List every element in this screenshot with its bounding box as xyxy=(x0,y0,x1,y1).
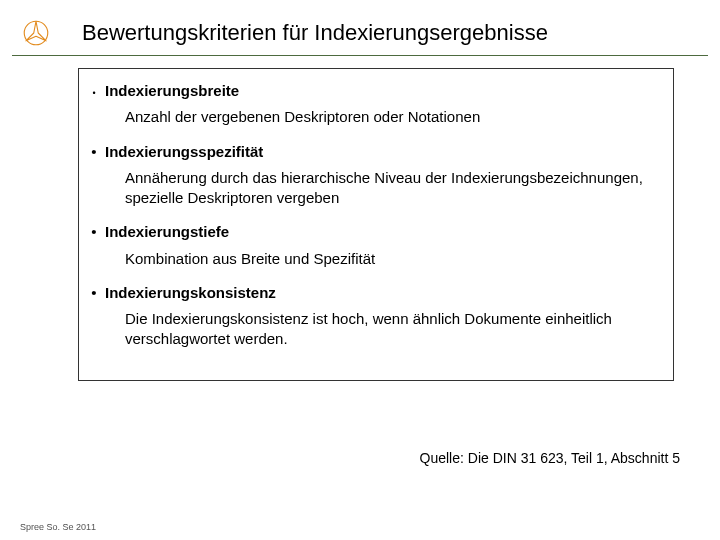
item-heading: • Indexierungsspezifität xyxy=(85,142,659,162)
footer-text: Spree So. Se 2011 xyxy=(20,522,96,532)
source-citation: Quelle: Die DIN 31 623, Teil 1, Abschnit… xyxy=(420,450,680,466)
item-description: Die Indexierungskonsistenz ist hoch, wen… xyxy=(125,309,659,350)
item-heading-text: Indexierungstiefe xyxy=(105,222,229,242)
list-item: • Indexierungstiefe Kombination aus Brei… xyxy=(85,222,659,269)
item-heading: • Indexierungsbreite xyxy=(85,81,659,101)
list-item: • Indexierungskonsistenz Die Indexierung… xyxy=(85,283,659,350)
item-heading: • Indexierungstiefe xyxy=(85,222,659,242)
bullet-icon: • xyxy=(85,222,103,242)
bullet-icon: • xyxy=(85,87,103,99)
content-box: • Indexierungsbreite Anzahl der vergeben… xyxy=(78,68,674,381)
star-icon xyxy=(22,19,50,47)
bullet-icon: • xyxy=(85,283,103,303)
item-description: Kombination aus Breite und Spezifität xyxy=(125,249,659,269)
logo-wrap xyxy=(12,19,82,47)
title-row: Bewertungskriterien für Indexierungserge… xyxy=(12,10,708,56)
slide-title: Bewertungskriterien für Indexierungserge… xyxy=(82,20,548,46)
list-item: • Indexierungsspezifität Annäherung durc… xyxy=(85,142,659,209)
item-description: Annäherung durch das hierarchische Nivea… xyxy=(125,168,659,209)
bullet-icon: • xyxy=(85,142,103,162)
item-heading: • Indexierungskonsistenz xyxy=(85,283,659,303)
item-heading-text: Indexierungsbreite xyxy=(105,81,239,101)
slide: Bewertungskriterien für Indexierungserge… xyxy=(0,0,720,540)
list-item: • Indexierungsbreite Anzahl der vergeben… xyxy=(85,81,659,128)
item-heading-text: Indexierungskonsistenz xyxy=(105,283,276,303)
item-description: Anzahl der vergebenen Deskriptoren oder … xyxy=(125,107,659,127)
item-heading-text: Indexierungsspezifität xyxy=(105,142,263,162)
svg-point-0 xyxy=(24,21,48,45)
